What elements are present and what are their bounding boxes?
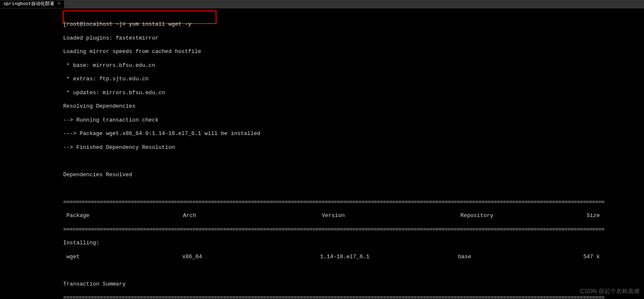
header-size: Size [587, 212, 644, 219]
watermark: CSDN @起个名称真难 [580, 288, 640, 295]
output-line: * updates: mirrors.bfsu.edu.cn [63, 90, 644, 96]
header-arch: Arch [183, 212, 321, 219]
output-line [63, 267, 644, 274]
output-line [63, 158, 644, 164]
terminal-tab[interactable]: springboot自动化部署 × [0, 0, 64, 8]
close-icon[interactable]: × [58, 1, 61, 7]
output-line [63, 185, 644, 192]
output-line: * base: mirrors.bfsu.edu.cn [63, 62, 644, 69]
separator: ========================================… [63, 294, 644, 299]
command-line: [root@localhost ~]# yum install wget -y [63, 21, 644, 28]
tab-title: springboot自动化部署 [3, 1, 54, 7]
output-line: Resolving Dependencies [63, 103, 644, 110]
output-line: --> Running transaction check [63, 117, 644, 124]
cell-arch: x86_64 [182, 254, 320, 260]
cell-package: wget [63, 254, 182, 260]
header-package: Package [63, 212, 183, 219]
output-line: Loading mirror speeds from cached hostfi… [63, 48, 644, 55]
cell-version: 1.14-18.el7_6.1 [320, 254, 458, 260]
output-line: Dependencies Resolved [63, 172, 644, 178]
tab-bar: springboot自动化部署 × [0, 0, 644, 8]
cell-repository: base [458, 254, 583, 260]
table-row: wget x86_64 1.14-18.el7_6.1 base 547 k [63, 254, 644, 260]
separator: ========================================… [63, 199, 644, 206]
separator: ========================================… [63, 226, 644, 233]
cell-size: 547 k [583, 254, 644, 260]
output-line: ---> Package wget.x86_64 0:1.14-18.el7_6… [63, 130, 644, 137]
terminal-content: [root@localhost ~]# yum install wget -y … [0, 9, 644, 299]
output-line: * extras: ftp.sjtu.edu.cn [63, 76, 644, 82]
output-line: Transaction Summary [63, 281, 644, 288]
command-text: yum install wget -y [129, 21, 191, 27]
output-line: --> Finished Dependency Resolution [63, 144, 644, 151]
header-repository: Repository [460, 212, 586, 219]
output-line: Installing: [63, 240, 644, 246]
output-line: Loaded plugins: fastestmirror [63, 35, 644, 42]
header-version: Version [322, 212, 460, 219]
table-header-row: Package Arch Version Repository Size [63, 212, 644, 219]
terminal-area[interactable]: [root@localhost ~]# yum install wget -y … [0, 8, 644, 299]
prompt: [root@localhost ~]# [63, 21, 129, 27]
